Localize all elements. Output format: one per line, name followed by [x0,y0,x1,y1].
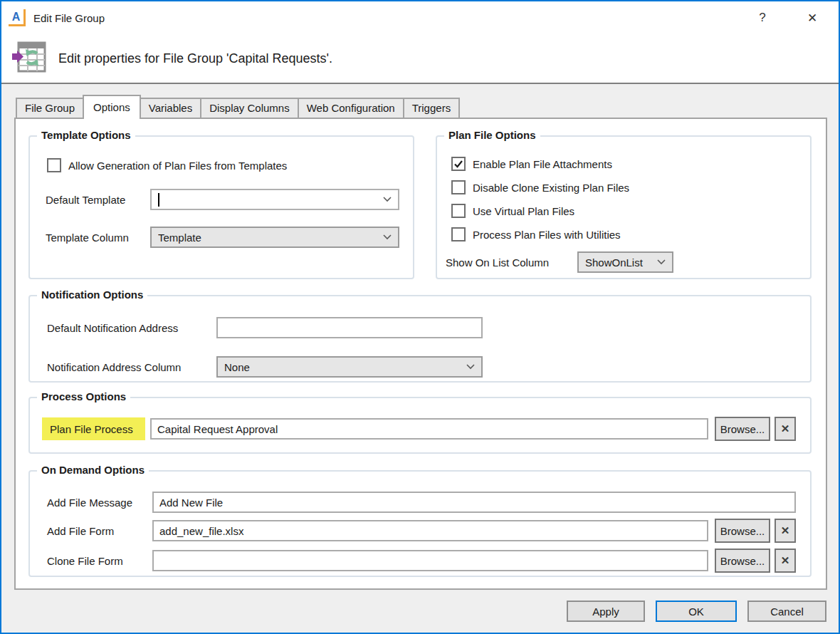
allow-generation-row[interactable]: Allow Generation of Plan Files from Temp… [47,158,413,172]
title-bar: A Edit File Group ? ✕ [1,1,839,34]
clone-file-form-clear-button[interactable]: ✕ [775,549,796,573]
on-demand-options-title: On Demand Options [37,464,149,476]
process-with-utilities-label: Process Plan Files with Utilities [473,229,621,241]
disable-clone-checkbox[interactable] [451,180,466,194]
tab-display-columns[interactable]: Display Columns [200,98,299,118]
virtual-plan-files-label: Use Virtual Plan Files [473,205,574,217]
template-column-combobox[interactable]: Template [150,227,399,248]
on-demand-options-group: On Demand Options Add File Message Add F… [28,470,812,577]
window-title: Edit File Group [33,12,105,24]
dialog-footer: Apply OK Cancel [1,590,839,633]
apply-button[interactable]: Apply [567,601,645,622]
add-file-form-row: Add File Form Browse... ✕ [47,519,796,543]
tab-file-group[interactable]: File Group [16,98,84,118]
template-column-label: Template Column [46,232,150,244]
virtual-plan-files-checkbox[interactable] [451,204,466,218]
default-template-combobox[interactable] [150,189,399,210]
default-template-row: Default Template [46,189,413,210]
default-notification-address-row: Default Notification Address [47,317,810,338]
chevron-down-icon [383,234,392,240]
plan-file-process-browse-button[interactable]: Browse... [715,417,770,441]
enable-attachments-label: Enable Plan File Attachments [473,158,612,170]
edit-file-group-dialog: A Edit File Group ? ✕ E [0,0,840,634]
clone-file-form-label: Clone File Form [47,555,152,567]
notification-address-column-value: None [224,361,462,373]
notification-address-column-combobox[interactable]: None [216,356,483,378]
notification-options-group: Notification Options Default Notificatio… [28,295,812,383]
allow-generation-checkbox[interactable] [47,158,61,172]
add-file-message-label: Add File Message [47,497,152,509]
clone-file-form-input[interactable] [152,550,708,571]
disable-clone-label: Disable Clone Existing Plan Files [473,182,629,194]
chevron-down-icon [383,197,392,202]
template-column-row: Template Column Template [46,227,413,248]
add-file-form-browse-button[interactable]: Browse... [715,519,770,543]
notification-address-column-row: Notification Address Column None [47,356,810,378]
show-on-list-row: Show On List Column ShowOnList [446,251,810,273]
chevron-down-icon [657,259,666,265]
add-file-message-row: Add File Message [47,492,796,513]
clone-file-form-browse-button[interactable]: Browse... [715,549,770,573]
template-column-value: Template [158,232,379,244]
notification-address-column-label: Notification Address Column [47,361,216,373]
tab-strip: File Group Options Variables Display Col… [16,95,460,119]
tab-variables[interactable]: Variables [140,98,201,118]
cancel-button[interactable]: Cancel [747,601,826,622]
default-notification-address-input[interactable] [216,317,483,338]
add-file-form-label: Add File Form [47,525,152,537]
clear-x-icon: ✕ [781,524,790,537]
disable-clone-row[interactable]: Disable Clone Existing Plan Files [451,180,810,194]
default-template-label: Default Template [46,194,150,206]
notification-options-title: Notification Options [37,289,147,301]
allow-generation-label: Allow Generation of Plan Files from Temp… [68,160,287,172]
dialog-content: File Group Options Variables Display Col… [1,84,839,633]
ok-button[interactable]: OK [656,601,737,622]
plan-file-options-group: Plan File Options Enable Plan File Attac… [436,135,812,279]
plan-file-process-row: Plan File Process Browse... ✕ [42,417,796,441]
show-on-list-label: Show On List Column [446,256,577,269]
clear-x-icon: ✕ [781,422,790,435]
help-button[interactable]: ? [752,11,773,25]
enable-attachments-checkbox[interactable] [451,157,466,171]
add-file-form-clear-button[interactable]: ✕ [775,519,796,543]
tab-triggers[interactable]: Triggers [403,98,460,118]
app-logo-letter: A [12,11,21,23]
text-caret [158,193,159,207]
process-options-title: Process Options [37,390,130,402]
plan-file-process-clear-button[interactable]: ✕ [775,417,796,441]
clear-x-icon: ✕ [781,554,790,567]
file-group-refresh-icon [11,41,47,76]
plan-file-process-input[interactable] [150,418,708,440]
app-logo-icon: A [9,9,26,26]
process-with-utilities-row[interactable]: Process Plan Files with Utilities [451,227,810,241]
show-on-list-value: ShowOnList [585,256,653,269]
virtual-plan-files-row[interactable]: Use Virtual Plan Files [451,204,810,218]
show-on-list-combobox[interactable]: ShowOnList [577,251,673,273]
clone-file-form-row: Clone File Form Browse... ✕ [47,549,796,573]
close-icon[interactable]: ✕ [802,11,823,26]
default-notification-address-label: Default Notification Address [47,322,216,334]
plan-file-process-label: Plan File Process [42,417,145,440]
process-options-group: Process Options Plan File Process Browse… [28,397,812,454]
process-with-utilities-checkbox[interactable] [451,227,466,241]
dialog-header: Edit properties for File Group 'Capital … [1,34,839,83]
options-tab-panel: Template Options Allow Generation of Pla… [14,118,827,590]
enable-attachments-row[interactable]: Enable Plan File Attachments [451,157,810,171]
dialog-description: Edit properties for File Group 'Capital … [58,51,332,66]
template-options-group: Template Options Allow Generation of Pla… [28,135,414,279]
add-file-message-input[interactable] [152,492,796,513]
tab-options[interactable]: Options [83,95,141,119]
chevron-down-icon [466,364,475,370]
tab-web-configuration[interactable]: Web Configuration [298,98,404,118]
add-file-form-input[interactable] [152,520,708,541]
template-options-title: Template Options [37,129,135,141]
plan-file-options-title: Plan File Options [444,129,540,141]
